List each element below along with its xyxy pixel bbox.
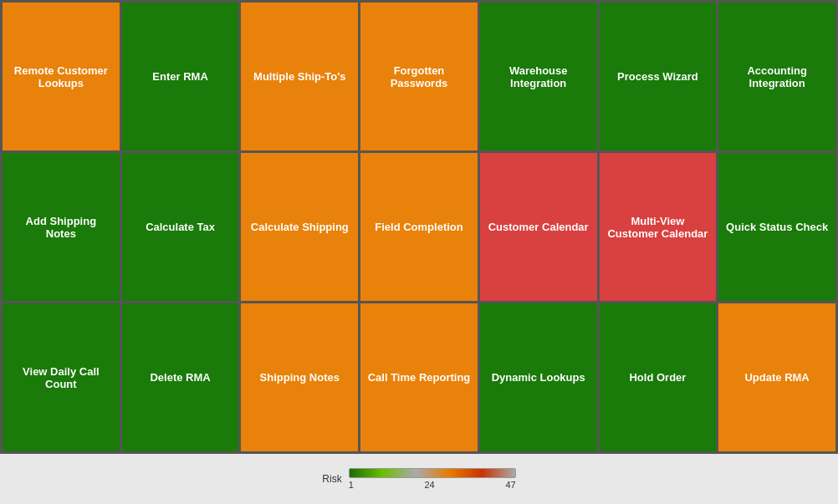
cell-call-time-reporting[interactable]: Call Time Reporting	[360, 303, 478, 451]
cell-remote-customer-lookups[interactable]: Remote Customer Lookups	[3, 3, 120, 150]
legend-max: 47	[505, 480, 515, 490]
cell-update-rma[interactable]: Update RMA	[718, 303, 835, 451]
gradient-bar	[349, 468, 516, 478]
legend-wrapper: 1 24 47	[349, 468, 516, 490]
cell-hold-order[interactable]: Hold Order	[600, 303, 717, 451]
cell-calculate-tax[interactable]: Calculate Tax	[122, 153, 239, 301]
legend-min: 1	[349, 480, 354, 490]
cell-forgotten-passwords[interactable]: Forgotten Passwords	[360, 3, 478, 150]
legend-label: Risk	[322, 473, 341, 485]
grid-container: Remote Customer LookupsEnter RMAMultiple…	[0, 0, 838, 454]
cell-warehouse-integration[interactable]: Warehouse Integration	[480, 3, 597, 150]
cell-multi-view-customer-calendar[interactable]: Multi-View Customer Calendar	[600, 153, 717, 301]
cell-view-daily-call-count[interactable]: View Daily Call Count	[3, 303, 120, 451]
cell-add-shipping-notes[interactable]: Add Shipping Notes	[3, 153, 120, 301]
cell-process-wizard[interactable]: Process Wizard	[600, 3, 717, 150]
cell-calculate-shipping[interactable]: Calculate Shipping	[241, 153, 358, 301]
cell-shipping-notes[interactable]: Shipping Notes	[241, 303, 358, 451]
cell-delete-rma[interactable]: Delete RMA	[122, 303, 239, 451]
cell-field-completion[interactable]: Field Completion	[360, 153, 478, 301]
cell-dynamic-lookups[interactable]: Dynamic Lookups	[480, 303, 597, 451]
legend-bar: Risk 1 24 47	[0, 454, 838, 504]
cell-enter-rma[interactable]: Enter RMA	[122, 3, 239, 150]
cell-customer-calendar[interactable]: Customer Calendar	[480, 153, 597, 301]
legend-mid: 24	[424, 480, 434, 490]
cell-multiple-ship-to's[interactable]: Multiple Ship-To's	[241, 3, 358, 150]
cell-quick-status-check[interactable]: Quick Status Check	[718, 153, 835, 301]
legend-numbers: 1 24 47	[349, 480, 516, 490]
cell-accounting-integration[interactable]: Accounting Integration	[718, 3, 835, 150]
